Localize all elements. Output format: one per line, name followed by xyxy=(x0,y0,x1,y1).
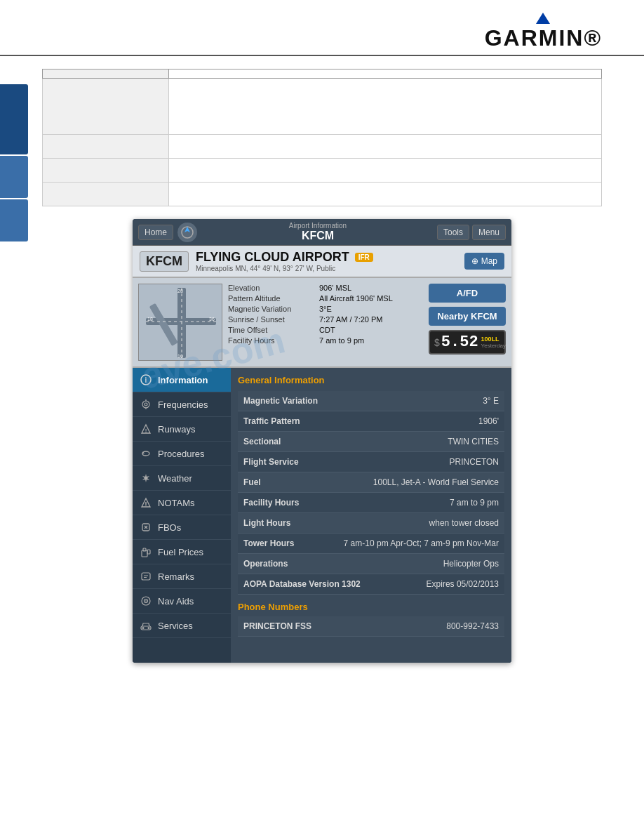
row-label-2: Sectional xyxy=(243,437,281,446)
nav-subtitle: Airport Information xyxy=(201,222,434,230)
waypoint-icon xyxy=(177,223,197,242)
row-label-0: Magnetic Variation xyxy=(243,396,318,406)
home-button[interactable]: Home xyxy=(138,225,173,240)
left-tab-3 xyxy=(0,199,28,241)
sidebar-item-fbos[interactable]: FBOs xyxy=(133,515,231,540)
row-label-1: Traffic Pattern xyxy=(243,416,300,426)
doc-table xyxy=(42,69,602,206)
svg-text:!: ! xyxy=(145,428,147,434)
facility-hours-label: Facility Hours xyxy=(228,336,319,345)
dollar-sign: $ xyxy=(434,337,440,348)
row-value-8: Helicopter Ops xyxy=(443,559,499,569)
col1-header xyxy=(43,70,169,79)
map-button[interactable]: ⊕ Map xyxy=(464,253,504,270)
fuel-type: 100LL xyxy=(481,336,506,343)
sidebar-label-information: Information xyxy=(158,375,208,385)
svg-text:28: 28 xyxy=(177,289,183,293)
elevation-row: Elevation 906' MSL xyxy=(228,284,423,292)
svg-rect-30 xyxy=(142,573,150,580)
general-info-row-8: OperationsHelicopter Ops xyxy=(238,554,504,574)
table-row-content-2 xyxy=(169,159,602,183)
row-value-3: PRINCETON xyxy=(450,457,499,467)
table-row-label-2 xyxy=(43,159,169,183)
svg-text:i: i xyxy=(145,376,147,384)
sidebar-item-nav-aids[interactable]: Nav Aids xyxy=(133,589,231,614)
fbos-icon xyxy=(140,521,152,534)
afd-button[interactable]: A/FD xyxy=(429,284,506,303)
right-panel: General Information Magnetic Variation3°… xyxy=(231,368,511,663)
general-info-title: General Information xyxy=(238,375,504,385)
general-info-row-3: Flight ServicePRINCETON xyxy=(238,452,504,472)
table-row-content-0 xyxy=(169,79,602,135)
phone-value-0: 800-992-7433 xyxy=(446,621,499,631)
sidebar-label-nav-aids: Nav Aids xyxy=(158,596,194,607)
sidebar-item-frequencies[interactable]: Frequencies xyxy=(133,392,231,417)
sidebar-label-notams: NOTAMs xyxy=(158,498,194,508)
airport-name: FLYING CLOUD AIRPORT xyxy=(196,250,349,265)
sidebar-item-notams[interactable]: NOTAMs xyxy=(133,491,231,515)
airport-name-area: FLYING CLOUD AIRPORT IFR Minneapolis MN,… xyxy=(196,250,464,272)
nearby-button[interactable]: Nearby KFCM xyxy=(429,307,506,326)
fuel-when: Yesterday xyxy=(481,343,506,349)
row-value-1: 1906' xyxy=(478,416,499,426)
row-label-5: Facility Hours xyxy=(243,498,299,508)
row-label-8: Operations xyxy=(243,559,288,569)
table-row-content-1 xyxy=(169,135,602,159)
row-value-2: TWIN CITIES xyxy=(448,437,499,446)
phone-rows: PRINCETON FSS800-992-7433 xyxy=(238,616,504,637)
row-label-4: Fuel xyxy=(243,477,261,487)
airport-diagram: 28 10 18 36 xyxy=(138,284,222,361)
top-nav-bar: Home Airport Information KFCM Tools Menu xyxy=(133,219,511,246)
general-info-row-4: Fuel100LL, Jet-A - World Fuel Service xyxy=(238,472,504,493)
magnetic-value: 3°E xyxy=(319,305,332,313)
page-header: GARMIN® xyxy=(0,0,644,56)
sidebar-item-fuel-prices[interactable]: Fuel Prices xyxy=(133,540,231,564)
svg-text:18: 18 xyxy=(147,317,153,322)
sidebar-label-fuel-prices: Fuel Prices xyxy=(158,547,203,557)
sidebar-item-weather[interactable]: Weather xyxy=(133,466,231,491)
phone-row-0: PRINCETON FSS800-992-7433 xyxy=(238,616,504,637)
services-icon xyxy=(140,619,152,632)
ifr-badge: IFR xyxy=(355,253,373,262)
general-info-row-0: Magnetic Variation3° E xyxy=(238,391,504,411)
general-info-row-1: Traffic Pattern1906' xyxy=(238,411,504,432)
row-value-0: 3° E xyxy=(483,396,499,406)
svg-point-23 xyxy=(145,505,147,507)
fuel-type-area: 100LL Yesterday xyxy=(481,336,506,349)
pattern-label: Pattern Altitude xyxy=(228,294,319,303)
sidebar-item-runways[interactable]: ! Runways xyxy=(133,417,231,442)
elevation-label: Elevation xyxy=(228,284,319,292)
magnetic-label: Magnetic Variation xyxy=(228,305,319,313)
table-row-label-3 xyxy=(43,183,169,206)
sidebar-item-information[interactable]: i Information xyxy=(133,368,231,392)
phone-section-title: Phone Numbers xyxy=(238,602,504,612)
general-info-row-6: Light Hourswhen tower closed xyxy=(238,513,504,534)
facility-hours-row: Facility Hours 7 am to 9 pm xyxy=(228,336,423,345)
notams-icon xyxy=(140,496,152,509)
menu-button[interactable]: Menu xyxy=(472,225,506,240)
fuel-price: 5.52 xyxy=(441,333,478,351)
runways-icon: ! xyxy=(140,423,152,435)
sidebar-item-services[interactable]: Services xyxy=(133,614,231,638)
sidebar-item-remarks[interactable]: Remarks xyxy=(133,564,231,589)
phone-label-0: PRINCETON FSS xyxy=(243,621,311,631)
sunrise-row: Sunrise / Sunset 7:27 AM / 7:20 PM xyxy=(228,315,423,324)
information-icon: i xyxy=(140,373,152,386)
table-row-content-3 xyxy=(169,183,602,206)
row-label-7: Tower Hours xyxy=(243,538,294,548)
magnetic-row: Magnetic Variation 3°E xyxy=(228,305,423,313)
svg-point-35 xyxy=(145,600,147,602)
info-panel: 28 10 18 36 Elevation 906' MSL Pattern A… xyxy=(133,278,511,368)
remarks-icon xyxy=(140,570,152,583)
weather-icon xyxy=(140,472,152,484)
row-value-7: 7 am-10 pm Apr-Oct; 7 am-9 pm Nov-Mar xyxy=(344,538,499,548)
sidebar-item-procedures[interactable]: Procedures xyxy=(133,442,231,466)
map-compass-icon: ⊕ xyxy=(471,256,478,266)
general-info-row-7: Tower Hours7 am-10 pm Apr-Oct; 7 am-9 pm… xyxy=(238,534,504,554)
nav-aids-icon xyxy=(140,595,152,607)
airport-header: KFCM FLYING CLOUD AIRPORT IFR Minneapoli… xyxy=(133,246,511,278)
row-value-5: 7 am to 9 pm xyxy=(450,498,499,508)
tools-button[interactable]: Tools xyxy=(437,225,469,240)
info-details: Elevation 906' MSL Pattern Altitude All … xyxy=(228,284,423,361)
facility-hours-value: 7 am to 9 pm xyxy=(319,336,364,345)
